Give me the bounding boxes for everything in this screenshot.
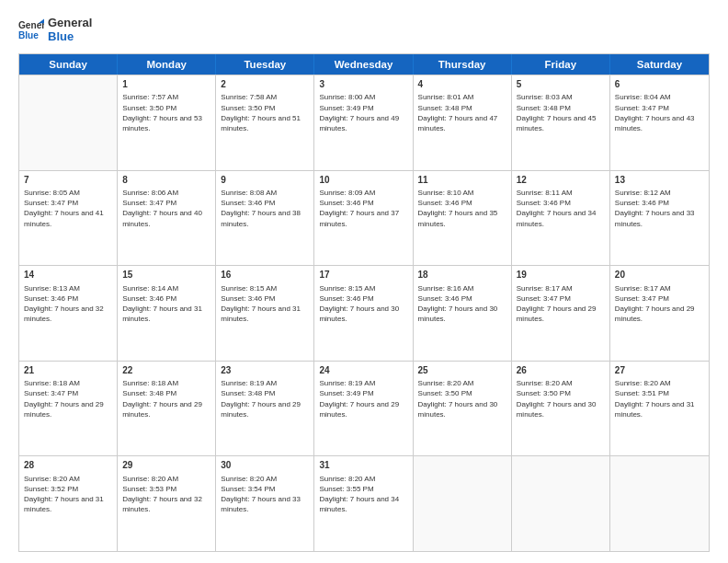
day-number: 4 [418, 78, 506, 91]
calendar-cell: 6Sunrise: 8:04 AMSunset: 3:47 PMDaylight… [610, 75, 709, 170]
cell-info: Sunrise: 8:20 AMSunset: 3:50 PMDaylight:… [517, 378, 605, 419]
cell-info: Sunrise: 8:12 AMSunset: 3:46 PMDaylight:… [615, 188, 704, 229]
header-day: Thursday [414, 54, 512, 75]
day-number: 19 [517, 269, 605, 282]
calendar-cell: 7Sunrise: 8:05 AMSunset: 3:47 PMDaylight… [19, 171, 118, 266]
header-day: Monday [118, 54, 216, 75]
cell-info: Sunrise: 8:11 AMSunset: 3:46 PMDaylight:… [517, 188, 605, 229]
cell-info: Sunrise: 8:17 AMSunset: 3:47 PMDaylight:… [517, 283, 605, 325]
day-number: 14 [24, 269, 112, 282]
header-day: Saturday [610, 54, 709, 75]
cell-info: Sunrise: 8:00 AMSunset: 3:49 PMDaylight:… [319, 92, 407, 133]
calendar-cell [512, 456, 610, 551]
day-number: 11 [418, 174, 506, 187]
calendar-cell: 23Sunrise: 8:19 AMSunset: 3:48 PMDayligh… [216, 362, 314, 456]
calendar-week: 28Sunrise: 8:20 AMSunset: 3:52 PMDayligh… [19, 455, 709, 551]
header-day: Sunday [19, 54, 118, 75]
day-number: 26 [517, 364, 605, 377]
cell-info: Sunrise: 8:20 AMSunset: 3:55 PMDaylight:… [319, 474, 407, 515]
calendar-header: SundayMondayTuesdayWednesdayThursdayFrid… [19, 54, 709, 75]
calendar-week: 1Sunrise: 7:57 AMSunset: 3:50 PMDaylight… [19, 75, 709, 170]
header-day: Wednesday [314, 54, 413, 75]
calendar-cell: 16Sunrise: 8:15 AMSunset: 3:46 PMDayligh… [216, 266, 314, 361]
day-number: 24 [319, 364, 407, 377]
calendar-cell: 17Sunrise: 8:15 AMSunset: 3:46 PMDayligh… [314, 266, 413, 361]
logo: General Blue General Blue [18, 17, 92, 44]
calendar-cell: 30Sunrise: 8:20 AMSunset: 3:54 PMDayligh… [216, 456, 314, 551]
calendar-cell: 10Sunrise: 8:09 AMSunset: 3:46 PMDayligh… [314, 171, 413, 266]
calendar-cell: 8Sunrise: 8:06 AMSunset: 3:47 PMDaylight… [118, 171, 216, 266]
cell-info: Sunrise: 8:13 AMSunset: 3:46 PMDaylight:… [24, 283, 112, 325]
day-number: 21 [24, 364, 112, 377]
cell-info: Sunrise: 8:16 AMSunset: 3:46 PMDaylight:… [418, 283, 506, 325]
day-number: 20 [615, 269, 704, 282]
cell-info: Sunrise: 8:19 AMSunset: 3:49 PMDaylight:… [319, 378, 407, 419]
calendar-week: 7Sunrise: 8:05 AMSunset: 3:47 PMDaylight… [19, 170, 709, 266]
cell-info: Sunrise: 8:08 AMSunset: 3:46 PMDaylight:… [221, 188, 309, 229]
cell-info: Sunrise: 8:05 AMSunset: 3:47 PMDaylight:… [24, 188, 112, 229]
day-number: 13 [615, 174, 704, 187]
day-number: 17 [319, 269, 407, 282]
calendar-cell: 11Sunrise: 8:10 AMSunset: 3:46 PMDayligh… [414, 171, 512, 266]
day-number: 8 [122, 174, 210, 187]
calendar-cell: 12Sunrise: 8:11 AMSunset: 3:46 PMDayligh… [512, 171, 610, 266]
day-number: 2 [221, 78, 309, 91]
day-number: 12 [517, 174, 605, 187]
calendar-week: 21Sunrise: 8:18 AMSunset: 3:47 PMDayligh… [19, 361, 709, 456]
calendar-week: 14Sunrise: 8:13 AMSunset: 3:46 PMDayligh… [19, 265, 709, 361]
calendar-cell: 29Sunrise: 8:20 AMSunset: 3:53 PMDayligh… [118, 456, 216, 551]
cell-info: Sunrise: 8:17 AMSunset: 3:47 PMDaylight:… [615, 283, 704, 325]
logo-icon: General Blue [18, 17, 44, 43]
day-number: 10 [319, 174, 407, 187]
svg-text:Blue: Blue [18, 30, 39, 40]
cell-info: Sunrise: 8:15 AMSunset: 3:46 PMDaylight:… [221, 283, 309, 325]
day-number: 3 [319, 78, 407, 91]
day-number: 7 [24, 174, 112, 187]
day-number: 22 [122, 364, 210, 377]
calendar-cell: 25Sunrise: 8:20 AMSunset: 3:50 PMDayligh… [414, 362, 512, 456]
calendar-cell: 18Sunrise: 8:16 AMSunset: 3:46 PMDayligh… [414, 266, 512, 361]
calendar-cell: 4Sunrise: 8:01 AMSunset: 3:48 PMDaylight… [414, 75, 512, 170]
day-number: 25 [418, 364, 506, 377]
calendar-cell: 22Sunrise: 8:18 AMSunset: 3:48 PMDayligh… [118, 362, 216, 456]
cell-info: Sunrise: 8:20 AMSunset: 3:54 PMDaylight:… [221, 474, 309, 515]
cell-info: Sunrise: 7:58 AMSunset: 3:50 PMDaylight:… [221, 92, 309, 133]
day-number: 16 [221, 269, 309, 282]
calendar-body: 1Sunrise: 7:57 AMSunset: 3:50 PMDaylight… [19, 75, 709, 551]
calendar-cell: 31Sunrise: 8:20 AMSunset: 3:55 PMDayligh… [314, 456, 413, 551]
cell-info: Sunrise: 8:10 AMSunset: 3:46 PMDaylight:… [418, 188, 506, 229]
calendar-cell [19, 75, 118, 170]
cell-info: Sunrise: 8:06 AMSunset: 3:47 PMDaylight:… [122, 188, 210, 229]
day-number: 6 [615, 78, 704, 91]
calendar-cell: 5Sunrise: 8:03 AMSunset: 3:48 PMDaylight… [512, 75, 610, 170]
calendar-cell: 14Sunrise: 8:13 AMSunset: 3:46 PMDayligh… [19, 266, 118, 361]
cell-info: Sunrise: 8:18 AMSunset: 3:47 PMDaylight:… [24, 378, 112, 419]
cell-info: Sunrise: 8:14 AMSunset: 3:46 PMDaylight:… [122, 283, 210, 325]
calendar-cell: 24Sunrise: 8:19 AMSunset: 3:49 PMDayligh… [314, 362, 413, 456]
cell-info: Sunrise: 8:19 AMSunset: 3:48 PMDaylight:… [221, 378, 309, 419]
calendar-cell: 9Sunrise: 8:08 AMSunset: 3:46 PMDaylight… [216, 171, 314, 266]
calendar-cell: 3Sunrise: 8:00 AMSunset: 3:49 PMDaylight… [314, 75, 413, 170]
calendar-cell: 13Sunrise: 8:12 AMSunset: 3:46 PMDayligh… [610, 171, 709, 266]
calendar-cell: 1Sunrise: 7:57 AMSunset: 3:50 PMDaylight… [118, 75, 216, 170]
day-number: 31 [319, 459, 407, 472]
calendar: SundayMondayTuesdayWednesdayThursdayFrid… [18, 53, 710, 552]
cell-info: Sunrise: 8:09 AMSunset: 3:46 PMDaylight:… [319, 188, 407, 229]
calendar-cell: 15Sunrise: 8:14 AMSunset: 3:46 PMDayligh… [118, 266, 216, 361]
day-number: 29 [122, 459, 210, 472]
day-number: 27 [615, 364, 704, 377]
calendar-cell: 2Sunrise: 7:58 AMSunset: 3:50 PMDaylight… [216, 75, 314, 170]
cell-info: Sunrise: 8:20 AMSunset: 3:52 PMDaylight:… [24, 474, 112, 515]
calendar-cell [414, 456, 512, 551]
header-day: Tuesday [216, 54, 314, 75]
calendar-cell: 26Sunrise: 8:20 AMSunset: 3:50 PMDayligh… [512, 362, 610, 456]
cell-info: Sunrise: 8:20 AMSunset: 3:51 PMDaylight:… [615, 378, 704, 419]
logo-blue: Blue [48, 30, 92, 44]
calendar-cell: 19Sunrise: 8:17 AMSunset: 3:47 PMDayligh… [512, 266, 610, 361]
day-number: 9 [221, 174, 309, 187]
day-number: 5 [517, 78, 605, 91]
day-number: 23 [221, 364, 309, 377]
calendar-cell: 28Sunrise: 8:20 AMSunset: 3:52 PMDayligh… [19, 456, 118, 551]
cell-info: Sunrise: 7:57 AMSunset: 3:50 PMDaylight:… [122, 92, 210, 133]
day-number: 28 [24, 459, 112, 472]
